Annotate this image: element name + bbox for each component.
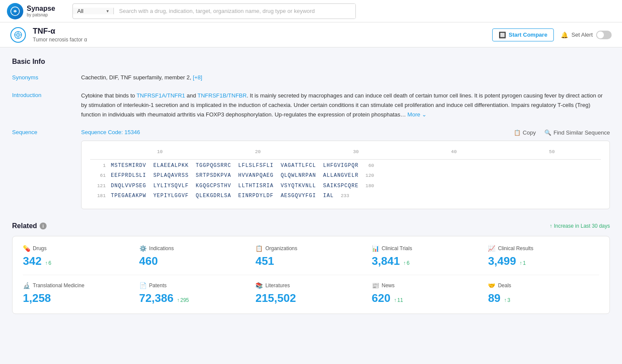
sequence-label: Sequence (12, 128, 81, 135)
brand-name: Synapse (27, 5, 55, 13)
introduction-value: Cytokine that binds to TNFRSF1A/TNFR1 an… (81, 91, 610, 119)
drugs-increase: ↑ 6 (45, 260, 51, 266)
sequence-line-1: 1 MSTESMIRDV ELAEEALPKK TGGPQGSRRC LFLSL… (90, 161, 601, 171)
related-item-news[interactable]: 📰 News 620 ↑ 11 (367, 282, 483, 305)
related-header: Related i ↑ Increase in Last 30 days (12, 222, 610, 230)
svg-point-3 (18, 34, 19, 35)
find-similar-label: Find Similar Sequence (553, 129, 610, 136)
deals-label: 🤝 Deals (488, 282, 594, 289)
clinical-trials-label: 📊 Clinical Trials (372, 245, 478, 252)
set-alert-label: Set Alert (572, 31, 593, 38)
related-item-organizations[interactable]: 📋 Organizations 451 (250, 245, 367, 268)
copy-icon: 📋 (514, 129, 521, 136)
target-name: TNF-α (33, 27, 485, 36)
related-item-literatures[interactable]: 📚 Literatures 215,502 (250, 282, 367, 305)
clinical-trials-increase: ↑ 6 (403, 260, 410, 266)
set-alert-area: 🔔 Set Alert (561, 31, 612, 39)
find-similar-icon: 🔍 (544, 129, 551, 136)
related-title: Related i (12, 222, 47, 230)
header-actions: 🔲 Start Compare 🔔 Set Alert (492, 28, 612, 41)
introduction-label: Introduction (12, 91, 81, 98)
clinical-results-count: 3,499 ↑ 1 (488, 254, 594, 268)
literatures-count: 215,502 (255, 292, 361, 305)
synonyms-text: Cachectin, DIF, TNF superfamily, member … (81, 74, 191, 81)
sequence-actions: 📋 Copy 🔍 Find Similar Sequence (514, 129, 610, 136)
synonyms-value: Cachectin, DIF, TNF superfamily, member … (81, 73, 610, 82)
clinical-trials-icon: 📊 (372, 245, 379, 252)
related-row-2: 🔬 Translational Medicine 1,258 📄 Patents… (23, 282, 599, 305)
search-input[interactable] (114, 3, 355, 19)
synonyms-more-link[interactable]: [+8] (193, 74, 202, 81)
deals-icon: 🤝 (488, 282, 495, 289)
top-navigation: Synapse by patsnap All Drug Target Indic… (0, 0, 622, 22)
tnfrsf1a-link[interactable]: TNFRSF1A/TNFR1 (136, 92, 185, 99)
related-info-icon[interactable]: i (40, 223, 47, 229)
logo-icon (7, 3, 23, 19)
tnfrsf1b-link[interactable]: TNFRSF1B/TNFBR (198, 92, 247, 99)
related-item-indications[interactable]: ⚙️ Indications 460 (134, 245, 251, 268)
logo-text: Synapse by patsnap (27, 5, 55, 17)
sequence-line-4: 181 TPEGAEAKPW YEPIYLGGVF QLEKGDRLSA EIN… (90, 191, 601, 201)
compare-icon: 🔲 (499, 31, 506, 38)
related-item-translational[interactable]: 🔬 Translational Medicine 1,258 (23, 282, 134, 305)
sequence-row: Sequence Sequence Code: 15346 📋 Copy 🔍 F… (12, 128, 610, 209)
sequence-line-3: 121 DNQLVVPSEG LYLIYSQVLF KGQGCPSTHV LLT… (90, 182, 601, 191)
introduction-more-link[interactable]: More ⌄ (408, 111, 427, 118)
basic-info-title: Basic Info (12, 58, 610, 66)
indications-label: ⚙️ Indications (139, 245, 245, 252)
drugs-count: 342 ↑ 6 (23, 254, 129, 268)
introduction-row: Introduction Cytokine that binds to TNFR… (12, 91, 610, 119)
sequence-code: Sequence Code: 15346 (81, 128, 140, 137)
sequence-ruler: 10 20 30 40 50 (90, 148, 601, 160)
target-icon (10, 27, 26, 43)
indications-icon: ⚙️ (139, 245, 147, 252)
clinical-results-increase: ↑ 1 (519, 260, 526, 266)
related-item-deals[interactable]: 🤝 Deals 89 ↑ 3 (483, 282, 599, 305)
indications-count: 460 (139, 254, 245, 268)
related-item-drugs[interactable]: 💊 Drugs 342 ↑ 6 (23, 245, 134, 268)
synonyms-row: Synonyms Cachectin, DIF, TNF superfamily… (12, 73, 610, 82)
related-section: Related i ↑ Increase in Last 30 days 💊 D… (12, 222, 610, 314)
logo-area: Synapse by patsnap (7, 3, 67, 19)
page-header: TNF-α Tumor necrosis factor α 🔲 Start Co… (0, 22, 622, 47)
translational-label: 🔬 Translational Medicine (23, 282, 129, 289)
related-grid: 💊 Drugs 342 ↑ 6 ⚙️ Indications (12, 236, 610, 314)
translational-count: 1,258 (23, 292, 129, 305)
news-increase: ↑ 11 (394, 297, 403, 303)
patents-label: 📄 Patents (139, 282, 245, 289)
organizations-count: 451 (255, 254, 361, 268)
target-subtitle: Tumor necrosis factor α (33, 37, 485, 43)
drugs-icon: 💊 (23, 245, 30, 252)
related-item-clinical-trials[interactable]: 📊 Clinical Trials 3,841 ↑ 6 (367, 245, 483, 268)
copy-sequence-button[interactable]: 📋 Copy (514, 129, 536, 136)
deals-increase: ↑ 3 (504, 297, 510, 303)
sequence-box: 10 20 30 40 50 1 MSTESMIRDV ELAEEALPKK T… (81, 141, 610, 209)
deals-count: 89 ↑ 3 (488, 292, 594, 305)
alert-toggle[interactable] (596, 31, 612, 39)
main-content: Basic Info Synonyms Cachectin, DIF, TNF … (0, 47, 622, 324)
copy-label: Copy (523, 129, 536, 136)
clinical-results-icon: 📈 (488, 245, 495, 252)
sequence-line-2: 61 EEFPRDLSLI SPLAQAVRSS SRTPSDKPVA HVVA… (90, 171, 601, 181)
translational-icon: 🔬 (23, 282, 30, 289)
start-compare-button[interactable]: 🔲 Start Compare (492, 28, 554, 41)
news-label: 📰 News (372, 282, 478, 289)
alert-icon: 🔔 (561, 31, 568, 38)
news-count: 620 ↑ 11 (372, 292, 478, 305)
related-title-text: Related (12, 222, 37, 230)
related-item-patents[interactable]: 📄 Patents 72,386 ↑ 295 (134, 282, 251, 305)
patents-count: 72,386 ↑ 295 (139, 292, 245, 305)
patents-increase: ↑ 295 (177, 297, 189, 303)
search-bar: All Drug Target Indication Organization (72, 3, 356, 19)
increase-label-text: Increase in Last 30 days (554, 223, 610, 229)
arrow-up-icon: ↑ (550, 223, 552, 229)
find-similar-sequence-button[interactable]: 🔍 Find Similar Sequence (544, 129, 610, 136)
search-filter-select[interactable]: All Drug Target Indication Organization (73, 8, 114, 14)
literatures-icon: 📚 (255, 282, 263, 289)
brand-sub: by patsnap (27, 13, 55, 17)
filter-select-wrapper: All Drug Target Indication Organization (73, 8, 114, 14)
related-item-clinical-results[interactable]: 📈 Clinical Results 3,499 ↑ 1 (483, 245, 599, 268)
news-icon: 📰 (372, 282, 379, 289)
patents-icon: 📄 (139, 282, 147, 289)
target-info: TNF-α Tumor necrosis factor α (33, 27, 485, 43)
